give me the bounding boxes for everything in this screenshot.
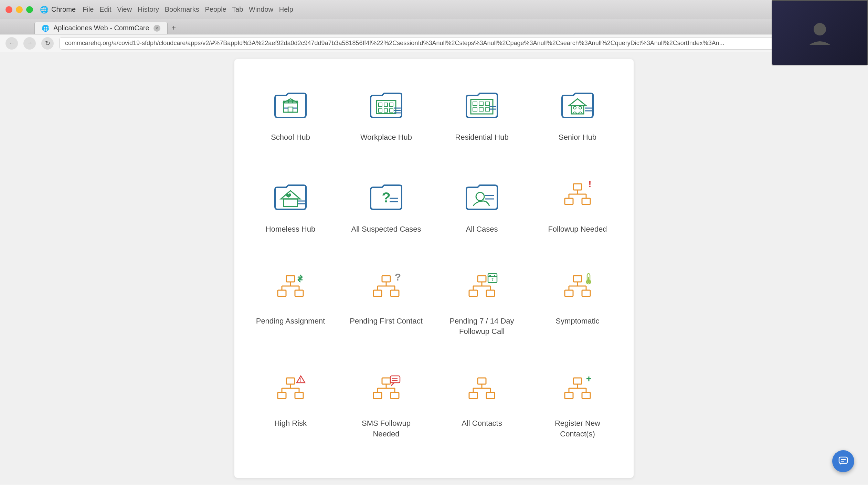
- grid-item-all-contacts[interactable]: All Contacts: [440, 359, 524, 451]
- chrome-icon: 🌐: [40, 6, 49, 14]
- grid-item-register-new[interactable]: + Register New Contact(s): [535, 359, 620, 451]
- svg-rect-74: [494, 275, 495, 277]
- tab-favicon: 🌐: [42, 24, 49, 32]
- grid-item-symptomatic[interactable]: Symptomatic: [535, 257, 620, 348]
- forward-button[interactable]: →: [23, 37, 36, 50]
- symptomatic-label: Symptomatic: [555, 316, 599, 327]
- svg-rect-12: [390, 109, 393, 112]
- sms-followup-label: SMS Followup Needed: [349, 418, 423, 440]
- svg-rect-87: [286, 378, 295, 384]
- svg-rect-55: [295, 290, 303, 296]
- pending-assignment-icon: [270, 268, 311, 309]
- svg-rect-92: [278, 392, 286, 399]
- svg-rect-69: [469, 290, 477, 296]
- workplace-hub-label: Workplace Hub: [360, 132, 412, 143]
- grid-item-all-suspected-cases[interactable]: ? All Suspected Cases: [344, 165, 428, 246]
- grid-item-all-cases[interactable]: All Cases: [440, 165, 524, 246]
- module-grid: School Hub: [248, 73, 620, 451]
- svg-rect-122: [839, 457, 847, 463]
- all-cases-icon: [461, 176, 502, 217]
- svg-rect-46: [565, 198, 573, 204]
- svg-rect-22: [485, 108, 489, 111]
- footer: Formplayer Version: 2.47, App Version: 1…: [0, 485, 868, 486]
- svg-rect-61: [373, 290, 382, 296]
- svg-rect-70: [486, 290, 495, 296]
- pending-first-contact-icon: ?: [366, 268, 407, 309]
- workplace-hub-icon: [366, 84, 407, 125]
- grid-item-pending-first-contact[interactable]: ? Pending First Contact: [344, 257, 428, 348]
- app-grid-container: School Hub: [234, 59, 634, 478]
- high-risk-label: High Risk: [274, 418, 307, 429]
- symptomatic-icon: [557, 268, 598, 309]
- svg-rect-101: [373, 392, 382, 399]
- grid-item-workplace-hub[interactable]: Workplace Hub: [344, 73, 428, 154]
- svg-rect-111: [469, 392, 477, 399]
- svg-rect-17: [473, 102, 477, 105]
- svg-rect-102: [391, 392, 399, 399]
- svg-rect-8: [384, 103, 388, 106]
- back-button[interactable]: ←: [6, 37, 18, 50]
- browser-tab[interactable]: 🌐 Aplicaciones Web - CommCare ×: [34, 22, 168, 34]
- svg-rect-21: [479, 108, 483, 111]
- pending-714-label: Pending 7 / 14 Day Followup Call: [445, 316, 519, 337]
- followup-needed-label: Followup Needed: [548, 224, 607, 235]
- school-hub-icon: [270, 84, 311, 125]
- svg-point-86: [587, 281, 590, 283]
- sms-followup-icon: [366, 370, 407, 411]
- grid-item-senior-hub[interactable]: Senior Hub: [535, 73, 620, 154]
- url-text: commcarehq.org/a/covid19-sfdph/cloudcare…: [65, 40, 724, 47]
- tab-close-button[interactable]: ×: [154, 25, 160, 32]
- svg-rect-93: [295, 392, 303, 399]
- refresh-button[interactable]: ↻: [41, 37, 54, 50]
- main-content: School Hub: [0, 52, 868, 485]
- svg-rect-41: [573, 184, 582, 190]
- grid-item-homeless-hub[interactable]: Homeless Hub: [248, 165, 333, 246]
- grid-item-sms-followup[interactable]: SMS Followup Needed: [344, 359, 428, 451]
- all-cases-label: All Cases: [466, 224, 498, 235]
- svg-rect-11: [384, 109, 388, 112]
- address-bar[interactable]: commcarehq.org/a/covid19-sfdph/cloudcare…: [59, 37, 851, 50]
- homeless-hub-label: Homeless Hub: [266, 224, 315, 235]
- pending-first-contact-label: Pending First Contact: [350, 316, 423, 327]
- svg-rect-119: [582, 392, 590, 399]
- svg-rect-62: [391, 290, 399, 296]
- svg-rect-96: [382, 378, 390, 384]
- mac-titlebar: 🌐 Chrome File Edit View History Bookmark…: [0, 0, 868, 19]
- svg-rect-49: [286, 276, 295, 282]
- close-dot[interactable]: [6, 6, 12, 13]
- grid-item-pending-assignment[interactable]: Pending Assignment: [248, 257, 333, 348]
- svg-point-28: [579, 106, 582, 109]
- svg-rect-54: [278, 290, 286, 296]
- svg-rect-9: [390, 103, 393, 106]
- svg-rect-106: [478, 378, 486, 384]
- browser-name: Chrome: [51, 6, 76, 13]
- video-person: [772, 1, 867, 65]
- grid-item-school-hub[interactable]: School Hub: [248, 73, 333, 154]
- svg-point-121: [814, 23, 826, 35]
- register-new-icon: +: [557, 370, 598, 411]
- svg-rect-56: [382, 276, 390, 282]
- chat-button[interactable]: [832, 450, 854, 472]
- pending-assignment-label: Pending Assignment: [256, 316, 325, 327]
- grid-item-followup-needed[interactable]: ! Followup Needed: [535, 165, 620, 246]
- svg-text:?: ?: [382, 189, 391, 205]
- svg-rect-19: [485, 102, 489, 105]
- maximize-dot[interactable]: [26, 6, 33, 13]
- minimize-dot[interactable]: [16, 6, 23, 13]
- high-risk-icon: !: [270, 370, 311, 411]
- new-tab-button[interactable]: +: [168, 22, 180, 34]
- residential-hub-label: Residential Hub: [455, 132, 508, 143]
- all-contacts-label: All Contacts: [462, 418, 502, 429]
- svg-rect-73: [489, 275, 491, 277]
- svg-text:7: 7: [491, 278, 494, 282]
- all-contacts-icon: [461, 370, 502, 411]
- video-overlay: [772, 0, 868, 65]
- svg-marker-25: [569, 99, 586, 106]
- svg-rect-81: [565, 290, 573, 296]
- svg-rect-47: [582, 198, 590, 204]
- grid-item-high-risk[interactable]: ! High Risk: [248, 359, 333, 451]
- grid-item-residential-hub[interactable]: Residential Hub: [440, 73, 524, 154]
- svg-rect-118: [565, 392, 573, 399]
- grid-item-pending-714[interactable]: 7 Pending 7 / 14 Day Followup Call: [440, 257, 524, 348]
- all-suspected-cases-icon: ?: [366, 176, 407, 217]
